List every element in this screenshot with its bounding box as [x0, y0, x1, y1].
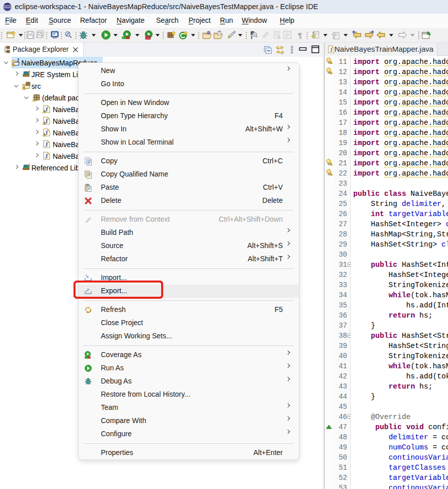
svg-text:J: J	[330, 47, 332, 53]
